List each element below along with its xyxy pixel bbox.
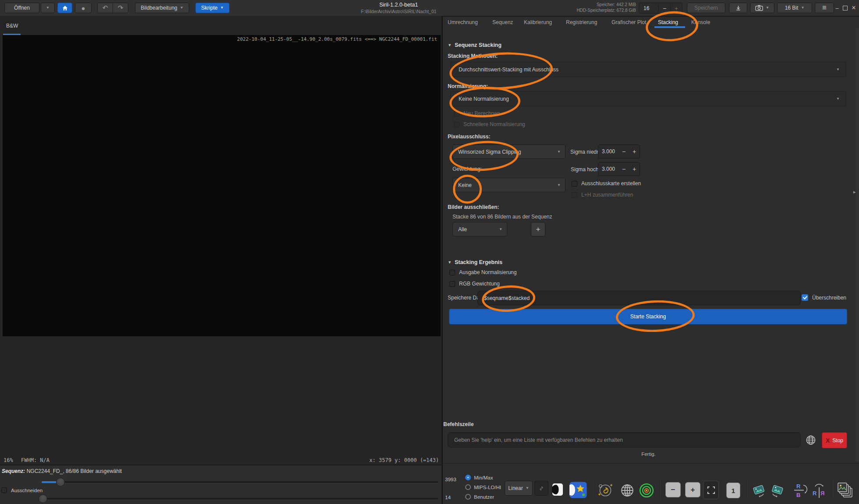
panel-divider[interactable] [442,16,443,504]
flip-horizontal-icon: R Я [811,482,827,498]
snapshot-save-button[interactable] [729,3,747,13]
scripts-button[interactable]: Skripte ▼ [195,3,230,13]
faster-norm-checkbox[interactable] [454,122,460,127]
range-slider-track[interactable] [42,498,438,500]
rejection-combo[interactable]: Winsorized Sigma Clipping ▼ [452,145,566,159]
threads-spinner[interactable]: 16 − + [639,3,682,14]
rejection-map-checkbox-row[interactable]: Ausschlusskarte erstellen [572,180,641,187]
faster-norm-checkbox-row[interactable]: Schnellere Normalisierung [454,121,525,127]
radio-minmax[interactable] [465,475,471,480]
sigma-high-spinner[interactable]: 3.000 − + [598,162,640,176]
deconvolution-button[interactable] [597,483,614,498]
snapshot-button[interactable]: ▼ [750,3,774,13]
radio-mips[interactable] [465,484,471,490]
add-filter-button[interactable]: + [531,222,545,236]
negative-view-button[interactable] [551,482,564,497]
toolbar-separator [746,480,747,499]
output-norm-checkbox[interactable] [449,270,455,275]
panel-expander-arrow[interactable]: ▸ [853,189,856,195]
open-dropdown-button[interactable]: ▼ [41,3,55,13]
start-stacking-button[interactable]: Starte Stacking [449,309,847,324]
plus-icon[interactable]: + [629,148,640,155]
memory-info: Speicher: 442.2 MiB HDD-Speicherplatz: 6… [561,2,636,13]
flip-horizontal-button[interactable]: R Я [811,482,827,498]
tab-console[interactable]: Konsole [691,19,710,25]
zoom-one-button[interactable]: 1 [726,483,740,498]
plus-icon[interactable]: + [629,166,640,173]
fit-to-window-button[interactable] [703,481,719,499]
overwrite-checkbox-row[interactable]: Überschreiben [802,294,846,301]
radio-user[interactable] [465,494,471,500]
image-display-area[interactable]: 2022-10-04_11-25-05__-14.90_2.00s_0079.f… [3,35,441,336]
rotate-right-button[interactable] [770,483,785,498]
link-channels-button[interactable] [534,481,548,496]
weighting-label: Gewichtung: [452,166,482,172]
sequence-list-button[interactable] [837,482,853,499]
record-button[interactable]: ● [75,3,92,13]
frame-slider-thumb[interactable] [56,478,65,486]
command-input[interactable] [448,432,801,448]
target-icon [639,483,654,498]
undo-button[interactable]: ↶ [97,3,113,13]
command-scope-button[interactable] [805,434,817,446]
close-button[interactable]: × [848,3,859,13]
tab-sequence[interactable]: Sequenz [492,19,513,25]
bitdepth-button[interactable]: 16 Bit ▼ [777,3,812,13]
overwrite-checkbox[interactable] [802,294,808,301]
rgb-weight-checkbox[interactable] [449,281,455,287]
fwhm-status: FWHM: N/A [21,457,49,463]
panel-scrollbar[interactable] [855,28,859,462]
section-sequence-stacking[interactable]: ▼ Sequenz Stacking [448,42,502,48]
chevron-down-icon: ▼ [836,97,840,101]
range-slider-thumb[interactable] [39,494,47,503]
flip-vertical-button[interactable]: R B [793,482,809,498]
section-stacking-result[interactable]: ▼ Stacking Ergebnis [448,259,502,265]
star-detection-button[interactable] [569,482,587,498]
chevron-down-icon: ▼ [801,6,804,10]
redo-button[interactable]: ↷ [113,3,128,13]
tab-plot[interactable]: Grafischer Plot [612,19,646,25]
radio-user-row[interactable]: Benutzer [465,494,494,500]
recompute-checkbox[interactable] [454,111,460,116]
normalisation-combo[interactable]: Keine Normalisierung ▼ [450,91,846,106]
image-processing-button[interactable]: Bildbearbeitung ▼ [135,3,189,13]
tab-calibration[interactable]: Kalibrierung [524,19,552,25]
photometry-button[interactable] [639,483,654,498]
save-file-input[interactable] [477,291,801,305]
merge-lh-checkbox-row[interactable]: L+H zusammenführen [572,192,633,198]
tab-stacking[interactable]: Stacking [658,19,678,25]
crop-checkbox-row[interactable]: Ausschneiden [1,487,42,493]
scale-mode-button[interactable]: Linear ▼ [505,481,533,496]
minus-icon[interactable]: − [619,166,629,173]
tab-bw[interactable]: B&W [6,23,18,29]
crop-checkbox[interactable] [1,487,7,493]
plus-icon[interactable]: + [670,5,682,12]
svg-text:R: R [813,490,817,497]
filter-combo[interactable]: Alle ▼ [452,222,507,236]
radio-mips-row[interactable]: MIPS-LO/HI [465,484,501,490]
recompute-checkbox-row[interactable]: Neu Berechnen [454,110,500,116]
home-button[interactable] [57,3,72,13]
rotate-left-button[interactable] [751,483,767,498]
open-button[interactable]: Öffnen [4,3,39,13]
rgb-weight-checkbox-row[interactable]: RGB Gewichtung [449,281,500,287]
chevron-down-icon: ▼ [526,486,529,490]
zoom-out-button[interactable]: − [665,482,681,497]
output-norm-checkbox-row[interactable]: Ausgabe Normalisierung [449,269,516,275]
save-button[interactable]: Speichern [687,3,725,13]
frame-slider-track[interactable] [42,481,438,483]
stop-button[interactable]: X Stop [822,432,847,448]
tab-conversion[interactable]: Umrechnung [448,19,478,25]
tab-registration[interactable]: Registrierung [566,19,597,25]
stacking-method-combo[interactable]: Durchschnittswert-Stacking mit Ausschlus… [450,62,846,77]
minus-icon[interactable]: − [658,5,670,12]
sigma-low-value: 3.000 [598,148,619,155]
radio-minmax-row[interactable]: Min/Max [465,475,493,480]
minus-icon[interactable]: − [619,148,629,155]
rejection-map-checkbox[interactable] [572,181,577,187]
weighting-combo[interactable]: Keine ▼ [452,178,566,192]
astrometry-button[interactable] [620,483,634,497]
zoom-in-button[interactable]: + [685,482,700,497]
merge-lh-checkbox[interactable] [572,192,577,198]
sigma-low-spinner[interactable]: 3.000 − + [598,145,640,159]
